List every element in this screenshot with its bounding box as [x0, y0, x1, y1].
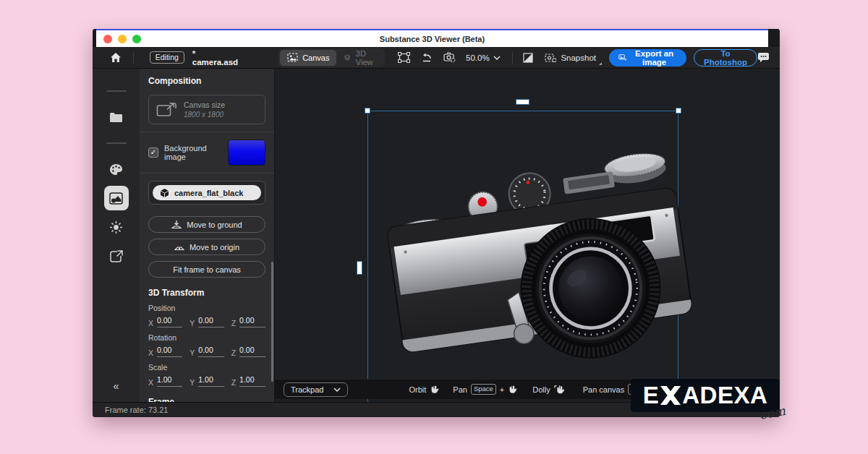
toolbar-divider — [133, 52, 134, 64]
chevron-down-icon — [493, 56, 501, 60]
title-bar: Substance 3D Viewer (Beta) — [93, 29, 780, 47]
move-to-ground-icon — [171, 220, 182, 229]
scene-object-name: camera_flat_black — [174, 189, 243, 197]
minimize-window-button[interactable] — [118, 35, 127, 43]
rail-divider — [106, 90, 127, 92]
move-to-origin-button[interactable]: Move to origin — [148, 239, 265, 255]
sun-icon — [109, 220, 123, 234]
collapse-panel-button[interactable]: « — [113, 380, 119, 392]
side-handle-left[interactable] — [357, 261, 362, 275]
folder-icon — [109, 112, 123, 123]
gesture-drag-icon — [430, 385, 440, 395]
position-row: X0.00 Y0.00 Z0.00 — [148, 316, 265, 327]
canvas-viewport[interactable]: Trackpad Orbit Pan Space + Dolly — [275, 69, 780, 402]
move-to-origin-icon — [174, 243, 184, 251]
background-color-swatch[interactable] — [228, 140, 265, 166]
space-key: Space — [471, 384, 496, 395]
snapshot-label: Snapshot — [561, 53, 596, 62]
scale-y-field[interactable]: 1.00 — [198, 375, 224, 387]
watermark-text-right: ADEXA — [682, 382, 767, 409]
scene-object-list: camera_flat_black — [148, 181, 265, 205]
hint-pan-canvas-label: Pan canvas — [583, 385, 624, 394]
scale-z-field[interactable]: 1.00 — [239, 375, 265, 387]
rotation-z-field[interactable]: 0.00 — [239, 346, 265, 357]
hint-orbit-label: Orbit — [409, 385, 426, 394]
hint-dolly: Dolly — [532, 385, 563, 395]
axis-y-label: Y — [190, 319, 195, 327]
zoom-window-button[interactable] — [132, 35, 141, 43]
image-icon — [109, 192, 123, 205]
document-name: * camera.asd — [192, 49, 238, 67]
scale-label: Scale — [148, 363, 265, 372]
panel-scrollbar[interactable] — [271, 262, 273, 382]
x-logo-icon — [660, 386, 681, 405]
sidebar-item-materials[interactable] — [104, 157, 129, 181]
close-window-button[interactable] — [103, 35, 112, 43]
fit-frame-to-canvas-button[interactable]: Fit frame to canvas — [148, 261, 265, 278]
corner-handle-top-left[interactable] — [365, 108, 370, 113]
scale-x-field[interactable]: 1.00 — [157, 375, 182, 387]
input-device-dropdown[interactable]: Trackpad — [284, 382, 348, 397]
panel-title: Composition — [148, 76, 265, 86]
top-toolbar: Editing * camera.asd Canvas 3D View 50.0… — [93, 47, 780, 69]
chevron-down-icon — [333, 387, 341, 392]
position-label: Position — [148, 304, 265, 312]
watermark-text-left: E — [643, 382, 660, 409]
export-image-label: Export an image — [631, 49, 677, 67]
tab-3d-view[interactable]: 3D View — [336, 50, 383, 66]
axis-y-label: Y — [190, 348, 195, 357]
window-title: Substance 3D Viewer (Beta) — [96, 35, 768, 43]
sidebar-item-files[interactable] — [104, 105, 129, 129]
tab-canvas[interactable]: Canvas — [280, 50, 336, 66]
camera-settings-icon[interactable] — [443, 51, 456, 64]
traffic-lights — [103, 35, 141, 43]
to-photoshop-button[interactable]: To Photoshop — [694, 49, 757, 67]
gesture-pinch-icon — [554, 385, 564, 395]
scale-row: X1.00 Y1.00 Z1.00 — [148, 375, 265, 387]
rotate-handle[interactable] — [516, 99, 529, 105]
to-photoshop-label: To Photoshop — [704, 49, 747, 67]
home-icon[interactable] — [110, 51, 122, 64]
snapshot-menu-indicator — [599, 62, 602, 65]
rotation-x-field[interactable]: 0.00 — [157, 346, 182, 357]
hint-orbit: Orbit — [409, 385, 440, 395]
rotation-y-field[interactable]: 0.00 — [198, 346, 224, 357]
position-x-field[interactable]: 0.00 — [157, 316, 182, 327]
background-image-checkbox[interactable]: ✓ — [148, 147, 158, 158]
scene-object-item[interactable]: camera_flat_black — [153, 185, 261, 200]
move-to-ground-button[interactable]: Move to ground — [148, 216, 265, 233]
move-to-origin-label: Move to origin — [190, 243, 239, 252]
tab-3d-view-label: 3D View — [356, 49, 376, 67]
transform-section-title: 3D Transform — [148, 288, 265, 298]
reset-rotation-icon[interactable] — [421, 51, 433, 64]
hint-dolly-label: Dolly — [532, 385, 550, 394]
position-z-field[interactable]: 0.00 — [239, 316, 265, 327]
canvas-size-button[interactable]: Canvas size 1800 x 1800 — [148, 95, 265, 124]
sidebar-item-lighting[interactable] — [104, 215, 129, 239]
sidebar-item-image[interactable] — [104, 186, 129, 210]
frame-rate-value: Frame rate: 73.21 — [105, 406, 168, 414]
feedback-icon[interactable] — [757, 51, 770, 64]
zoom-level-control[interactable]: 50.0% — [466, 53, 501, 62]
canvas-size-value: 1800 x 1800 — [184, 111, 225, 119]
canvas-icon — [287, 53, 298, 62]
frame-section-title: Frame — [148, 397, 265, 402]
canvas-size-icon — [156, 102, 176, 118]
sidebar-item-share[interactable] — [104, 244, 129, 268]
export-image-button[interactable]: Export an image — [609, 49, 686, 67]
camera-3d-model[interactable] — [367, 124, 709, 395]
editing-mode-badge: Editing — [150, 51, 184, 64]
toolbar-divider — [512, 52, 513, 64]
background-adjust-icon[interactable] — [523, 51, 534, 64]
watermark: E ADEXA com — [631, 379, 780, 412]
axis-z-label: Z — [231, 378, 236, 387]
axis-y-label: Y — [190, 378, 195, 387]
corner-handle-top-right[interactable] — [676, 108, 681, 113]
position-y-field[interactable]: 0.00 — [198, 316, 224, 327]
background-image-label: Background image — [164, 144, 228, 161]
export-image-icon — [618, 53, 626, 62]
snapshot-button[interactable]: Snapshot — [545, 53, 596, 63]
share-export-icon — [110, 250, 123, 262]
tab-canvas-label: Canvas — [302, 53, 329, 62]
frame-select-icon[interactable] — [398, 51, 410, 64]
